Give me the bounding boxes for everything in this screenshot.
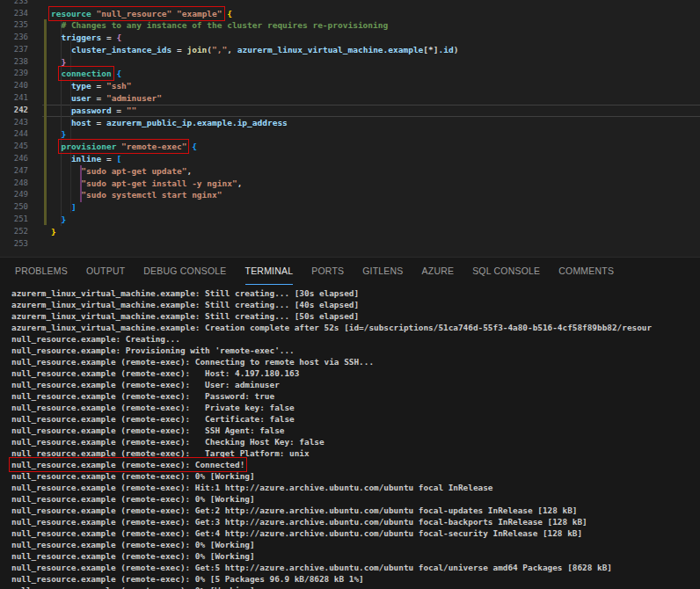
line-number[interactable]: 240 xyxy=(0,80,39,92)
terminal-line: null_resource.example (remote-exec): 0% … xyxy=(11,539,700,550)
panel-tab-terminal[interactable]: TERMINAL xyxy=(245,258,294,285)
line-number[interactable]: 248 xyxy=(0,178,39,190)
code-text: "sudo apt-get install -y nginx", xyxy=(39,178,242,190)
line-number[interactable]: 235 xyxy=(0,19,39,32)
line-number[interactable]: 249 xyxy=(0,189,39,201)
line-number[interactable]: 251 xyxy=(0,214,39,226)
terminal-line: null_resource.example: Creating... xyxy=(11,333,700,345)
terminal-line: null_resource.example (remote-exec): Get… xyxy=(11,527,700,539)
panel-tab-problems[interactable]: PROBLEMS xyxy=(15,258,68,285)
code-line[interactable]: 238 } xyxy=(0,56,700,69)
code-line[interactable]: 239 connection { xyxy=(0,68,700,80)
panel-tab-ports[interactable]: PORTS xyxy=(311,258,344,285)
code-line[interactable]: 249 "sudo systemctl start nginx" xyxy=(0,189,700,201)
code-line[interactable]: 246 inline = [ xyxy=(0,153,700,165)
code-line[interactable]: 241 user = "adminuser" xyxy=(0,92,700,105)
code-token: = xyxy=(91,118,106,127)
code-token: "ssh" xyxy=(106,81,132,91)
terminal-line: null_resource.example (remote-exec): 0% … xyxy=(11,550,700,562)
code-line[interactable]: 236 triggers = { xyxy=(0,32,700,44)
code-token: , xyxy=(227,45,237,55)
terminal-line: null_resource.example (remote-exec): Pri… xyxy=(11,402,700,413)
panel-tab-output[interactable]: OUTPUT xyxy=(86,258,125,285)
code-text: } xyxy=(39,56,66,69)
code-token: [*] xyxy=(423,45,438,55)
line-number[interactable]: 233 xyxy=(0,0,39,8)
code-token: cluster_instance_ids xyxy=(51,45,171,55)
panel-tab-comments[interactable]: COMMENTS xyxy=(558,258,614,285)
code-line[interactable]: 244 } xyxy=(0,128,700,141)
code-token: = xyxy=(91,93,106,103)
code-token: resource xyxy=(51,9,91,18)
line-number[interactable]: 238 xyxy=(0,56,39,69)
code-text: type = "ssh" xyxy=(39,80,132,92)
code-line[interactable]: 235 # Changes to any instance of the clu… xyxy=(0,19,700,32)
code-text: triggers = { xyxy=(39,32,121,44)
code-token: "remote-exec" xyxy=(121,142,186,151)
line-number[interactable]: 253 xyxy=(0,238,39,251)
vscode-window: 233234resource "null_resource" "example"… xyxy=(0,0,700,589)
code-editor[interactable]: 233234resource "null_resource" "example"… xyxy=(0,0,700,258)
panel-tab-gitlens[interactable]: GITLENS xyxy=(362,258,403,285)
panel-tab-azure[interactable]: AZURE xyxy=(422,258,455,285)
code-line[interactable]: 252} xyxy=(0,226,700,238)
panel-tab-bar: PROBLEMSOUTPUTDEBUG CONSOLETERMINALPORTS… xyxy=(0,258,700,285)
code-token: type xyxy=(51,81,91,91)
code-line[interactable]: 247 "sudo apt-get update", xyxy=(0,165,700,178)
code-text: # Changes to any instance of the cluster… xyxy=(39,19,388,32)
line-number[interactable]: 252 xyxy=(0,226,39,238)
code-line[interactable]: 251 } xyxy=(0,214,700,226)
terminal-line: null_resource.example (remote-exec): Con… xyxy=(11,459,700,470)
panel-tab-debug-console[interactable]: DEBUG CONSOLE xyxy=(143,258,226,285)
code-token: { xyxy=(227,9,232,18)
code-line[interactable]: 237 cluster_instance_ids = join(",", azu… xyxy=(0,44,700,56)
code-token: .id xyxy=(439,45,454,55)
line-number[interactable]: 242 xyxy=(0,105,39,117)
terminal-line: null_resource.example (remote-exec): 0% … xyxy=(11,470,700,482)
line-number[interactable]: 234 xyxy=(0,8,39,20)
code-text: resource "null_resource" "example" { xyxy=(39,8,232,20)
line-number[interactable]: 239 xyxy=(0,68,39,80)
panel-tab-sql-console[interactable]: SQL CONSOLE xyxy=(472,258,540,285)
code-text: password = "" xyxy=(39,105,136,117)
line-number[interactable]: 236 xyxy=(0,32,39,44)
line-number[interactable]: 250 xyxy=(0,201,39,214)
line-number[interactable]: 246 xyxy=(0,153,39,165)
code-line[interactable]: 250 ] xyxy=(0,201,700,214)
annotation-box: provisioner "remote-exec" xyxy=(61,142,186,151)
line-number[interactable]: 241 xyxy=(0,92,39,105)
code-line[interactable]: 243 host = azurerm_public_ip.example.ip_… xyxy=(0,117,700,129)
terminal-output[interactable]: azurerm_linux_virtual_machine.example: S… xyxy=(0,285,700,589)
terminal-line: null_resource.example (remote-exec): 0% … xyxy=(11,573,700,585)
code-lines: 233234resource "null_resource" "example"… xyxy=(0,0,700,250)
code-token: [ xyxy=(116,154,121,164)
code-line[interactable]: 242 password = "" xyxy=(0,105,700,117)
line-number[interactable]: 244 xyxy=(0,128,39,141)
terminal-line: null_resource.example (remote-exec): Tar… xyxy=(11,447,700,459)
code-token: , xyxy=(186,166,192,176)
code-line[interactable]: 240 type = "ssh" xyxy=(0,80,700,92)
terminal-line: null_resource.example (remote-exec): 0% … xyxy=(11,493,700,505)
code-token: triggers xyxy=(51,33,101,42)
code-line[interactable]: 245 provisioner "remote-exec" { xyxy=(0,141,700,153)
bottom-panel: PROBLEMSOUTPUTDEBUG CONSOLETERMINALPORTS… xyxy=(0,258,700,589)
line-number[interactable]: 245 xyxy=(0,141,39,153)
line-number[interactable]: 237 xyxy=(0,44,39,56)
code-line[interactable]: 253 xyxy=(0,238,700,251)
code-line[interactable]: 233 xyxy=(0,0,700,8)
code-text: cluster_instance_ids = join(",", azurerm… xyxy=(39,44,458,56)
code-token: { xyxy=(116,33,121,42)
code-text xyxy=(39,0,51,8)
code-token: inline xyxy=(51,154,101,164)
code-line[interactable]: 234resource "null_resource" "example" { xyxy=(0,8,700,20)
code-text: user = "adminuser" xyxy=(39,92,162,105)
code-token: { xyxy=(192,142,197,151)
code-line[interactable]: 248 "sudo apt-get install -y nginx", xyxy=(0,178,700,190)
code-token: "" xyxy=(127,105,136,115)
code-token: ] xyxy=(51,202,77,212)
terminal-line: azurerm_linux_virtual_machine.example: S… xyxy=(11,287,700,299)
line-number[interactable]: 247 xyxy=(0,165,39,178)
line-number[interactable]: 243 xyxy=(0,117,39,129)
code-token xyxy=(51,142,61,151)
code-token: "," xyxy=(212,45,227,55)
